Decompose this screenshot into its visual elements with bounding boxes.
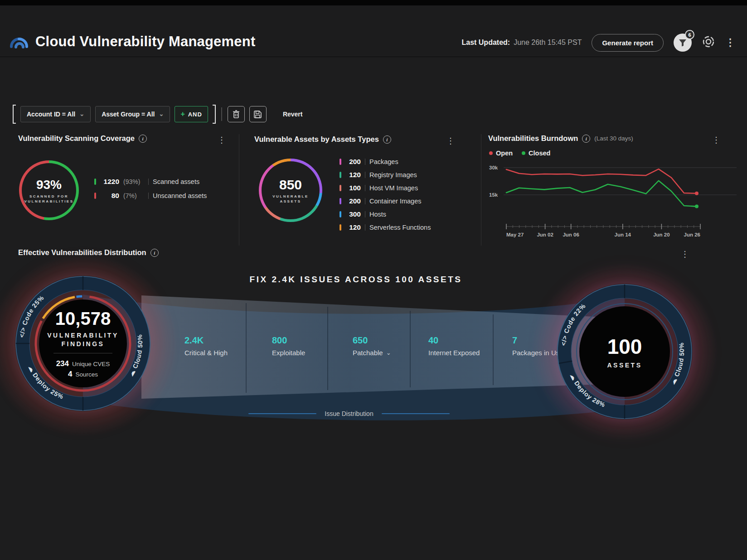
- x-axis-label: Jun 02: [537, 232, 553, 237]
- stat-internet-exposed: 40 Internet Exposed: [428, 335, 480, 357]
- legend-item: 120 Registry Images: [340, 171, 431, 179]
- filter-chip-label: Asset Group = All: [102, 111, 155, 118]
- sync-settings-icon[interactable]: [702, 35, 715, 50]
- add-and-filter-button[interactable]: + AND: [175, 106, 208, 122]
- panel-title: Vulnerable Assets by Assets Types: [254, 135, 379, 144]
- chevron-down-icon: ⌄: [79, 112, 84, 116]
- issue-distribution-footer: Issue Distribution: [227, 410, 471, 417]
- decorative-line: [382, 413, 450, 414]
- chevron-down-icon: ⌄: [159, 112, 164, 116]
- y-axis-label: 15k: [489, 192, 498, 198]
- gauge-center-content: 10,578 VULNERABILITY FINDINGS 234 Unique…: [38, 298, 128, 389]
- chevron-down-icon: ⌄: [386, 352, 391, 354]
- panel-kebab-menu-icon[interactable]: ⋮: [218, 135, 226, 145]
- app-root: Cloud Vulnerability Management Last Upda…: [0, 0, 747, 560]
- panel-burndown: Vulnerabilities Burndown i (Last 30 days…: [488, 134, 740, 143]
- save-floppy-icon: [254, 111, 262, 118]
- filter-chip-account-id[interactable]: Account ID = All ⌄: [20, 106, 91, 122]
- panel-assets-by-type: Vulnerable Assets by Assets Types i ⋮ 85…: [254, 135, 475, 144]
- filter-close-bracket: [213, 105, 216, 124]
- x-axis-label: Jun 20: [653, 232, 669, 237]
- stat-packages-in-use: 7 Packages in Use: [512, 335, 563, 357]
- last-updated-value: June 26th 15:45 PST: [514, 39, 582, 47]
- series-end-dot: [695, 192, 698, 195]
- x-axis-label: May 27: [506, 232, 524, 237]
- vulnerability-findings-gauge: </> Code 25% ☁ Cloud 50% ☁ Deploy 25% 10…: [15, 275, 151, 411]
- info-icon[interactable]: i: [383, 135, 391, 144]
- panel-title: Vulnerability Scanning Coverage: [18, 134, 135, 143]
- filter-chip-label: Account ID = All: [27, 111, 75, 118]
- sources-stat: 4 Sources: [68, 370, 98, 379]
- series-end-dot: [695, 205, 698, 208]
- patchable-dropdown[interactable]: Patchable ⌄: [353, 349, 391, 357]
- assets-by-type-donut-chart: 850 VULNERABLE ASSETS: [259, 159, 322, 222]
- legend-item: 200 Packages: [340, 158, 431, 166]
- panel-divider: [239, 134, 239, 246]
- series-closed: [506, 181, 697, 207]
- funnel-icon: [679, 39, 687, 47]
- assets-by-type-legend: 200 Packages 120 Registry Images 100 Hos…: [340, 158, 431, 232]
- legend-item: 100 Host VM Images: [340, 184, 431, 192]
- burndown-line-chart: 30k15kMay 27Jun 02Jun 06Jun 14Jun 20Jun …: [488, 160, 740, 241]
- stat-patchable: 650 Patchable ⌄: [353, 335, 391, 357]
- filter-open-bracket: [13, 105, 16, 124]
- app-logo-icon: [9, 33, 29, 53]
- gauge-center-content: 100 ASSETS: [579, 306, 670, 397]
- trash-icon: [233, 110, 240, 118]
- filter-divider: [221, 107, 222, 121]
- legend-item: 300 Hosts: [340, 210, 431, 218]
- filter-bar: Account ID = All ⌄ Asset Group = All ⌄ +…: [13, 105, 302, 123]
- filter-chip-asset-group[interactable]: Asset Group = All ⌄: [95, 106, 170, 122]
- top-header: Cloud Vulnerability Management Last Upda…: [0, 5, 747, 57]
- legend-item: 1220 (93%) Scanned assets: [94, 178, 207, 186]
- generate-report-button[interactable]: Generate report: [592, 34, 664, 52]
- x-axis-label: Jun 06: [563, 232, 579, 237]
- panel-divider: [481, 134, 481, 246]
- panel-scanning-coverage: Vulnerability Scanning Coverage i ⋮ 93% …: [18, 134, 232, 143]
- delete-filter-button[interactable]: [228, 106, 245, 122]
- legend-item: 200 Container Images: [340, 197, 431, 205]
- panel-kebab-menu-icon[interactable]: ⋮: [712, 135, 720, 145]
- burndown-legend: Open Closed: [489, 150, 550, 157]
- panel-kebab-menu-icon[interactable]: ⋮: [446, 136, 455, 146]
- stat-exploitable: 800 Exploitable: [272, 335, 305, 357]
- issue-distribution-label: Issue Distribution: [325, 410, 373, 417]
- stat-critical-high: 2.4K Critical & High: [184, 335, 228, 357]
- panel-title: Vulnerabilities Burndown: [488, 134, 578, 143]
- assets-value: 100: [607, 334, 642, 359]
- legend-item: 120 Serverless Functions: [340, 223, 431, 232]
- filter-count-badge: 6: [685, 30, 694, 39]
- legend-item: 80 (7%) Unscanned assets: [94, 192, 207, 200]
- series-open: [506, 169, 697, 193]
- decorative-line: [248, 413, 316, 414]
- legend-toggle-closed[interactable]: Closed: [522, 150, 550, 157]
- save-filter-button[interactable]: [249, 106, 267, 122]
- last-updated: Last Updated: June 26th 15:45 PST: [461, 39, 582, 47]
- header-actions: Last Updated: June 26th 15:45 PST Genera…: [461, 32, 735, 53]
- info-icon[interactable]: i: [582, 135, 590, 143]
- last-updated-label: Last Updated:: [461, 39, 510, 47]
- page-title: Cloud Vulnerability Management: [35, 34, 255, 50]
- divider: [53, 353, 112, 353]
- x-axis-label: Jun 14: [615, 232, 631, 237]
- panel-subtitle: (Last 30 days): [594, 135, 633, 142]
- x-axis-label: Jun 26: [684, 232, 700, 237]
- scanning-coverage-legend: 1220 (93%) Scanned assets 80 (7%) Unscan…: [94, 178, 207, 200]
- vulnerability-findings-value: 10,578: [55, 309, 111, 329]
- scanning-coverage-donut-chart: 93% SCANNED FOR VULNERABILITIES: [19, 160, 79, 220]
- header-kebab-menu-icon[interactable]: ⋮: [725, 38, 735, 48]
- donut-center-value: 93%: [36, 178, 62, 192]
- donut-center-value: 850: [279, 177, 302, 193]
- y-axis-label: 30k: [489, 165, 498, 170]
- filter-button[interactable]: 6: [674, 34, 692, 52]
- unique-cves-stat: 234 Unique CVES: [56, 359, 110, 368]
- revert-button[interactable]: Revert: [283, 111, 303, 118]
- plus-icon: +: [180, 110, 185, 118]
- legend-toggle-open[interactable]: Open: [489, 150, 513, 157]
- assets-gauge: </> Code 22% ☁ Cloud 50% ☁ Deploy 28% 10…: [557, 284, 693, 420]
- info-icon[interactable]: i: [139, 135, 147, 143]
